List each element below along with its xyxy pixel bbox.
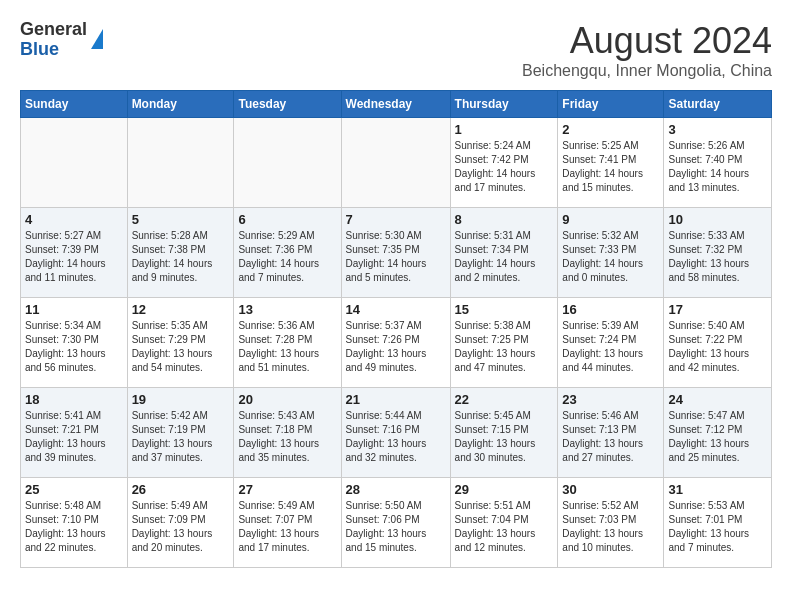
day-info: Sunrise: 5:30 AM Sunset: 7:35 PM Dayligh… xyxy=(346,229,446,285)
day-number: 15 xyxy=(455,302,554,317)
day-info: Sunrise: 5:50 AM Sunset: 7:06 PM Dayligh… xyxy=(346,499,446,555)
calendar-body: 1Sunrise: 5:24 AM Sunset: 7:42 PM Daylig… xyxy=(21,118,772,568)
calendar-cell: 18Sunrise: 5:41 AM Sunset: 7:21 PM Dayli… xyxy=(21,388,128,478)
calendar-cell xyxy=(341,118,450,208)
day-info: Sunrise: 5:33 AM Sunset: 7:32 PM Dayligh… xyxy=(668,229,767,285)
day-number: 27 xyxy=(238,482,336,497)
day-info: Sunrise: 5:35 AM Sunset: 7:29 PM Dayligh… xyxy=(132,319,230,375)
calendar-cell: 20Sunrise: 5:43 AM Sunset: 7:18 PM Dayli… xyxy=(234,388,341,478)
day-number: 19 xyxy=(132,392,230,407)
day-number: 10 xyxy=(668,212,767,227)
calendar-header: SundayMondayTuesdayWednesdayThursdayFrid… xyxy=(21,91,772,118)
week-row-3: 11Sunrise: 5:34 AM Sunset: 7:30 PM Dayli… xyxy=(21,298,772,388)
calendar-cell: 17Sunrise: 5:40 AM Sunset: 7:22 PM Dayli… xyxy=(664,298,772,388)
weekday-header-monday: Monday xyxy=(127,91,234,118)
day-number: 26 xyxy=(132,482,230,497)
day-info: Sunrise: 5:48 AM Sunset: 7:10 PM Dayligh… xyxy=(25,499,123,555)
day-number: 5 xyxy=(132,212,230,227)
title-block: August 2024 Beichengqu, Inner Mongolia, … xyxy=(522,20,772,80)
week-row-5: 25Sunrise: 5:48 AM Sunset: 7:10 PM Dayli… xyxy=(21,478,772,568)
weekday-header-wednesday: Wednesday xyxy=(341,91,450,118)
weekday-header-saturday: Saturday xyxy=(664,91,772,118)
day-info: Sunrise: 5:34 AM Sunset: 7:30 PM Dayligh… xyxy=(25,319,123,375)
calendar-cell: 2Sunrise: 5:25 AM Sunset: 7:41 PM Daylig… xyxy=(558,118,664,208)
day-info: Sunrise: 5:28 AM Sunset: 7:38 PM Dayligh… xyxy=(132,229,230,285)
day-number: 22 xyxy=(455,392,554,407)
calendar-cell: 9Sunrise: 5:32 AM Sunset: 7:33 PM Daylig… xyxy=(558,208,664,298)
day-info: Sunrise: 5:27 AM Sunset: 7:39 PM Dayligh… xyxy=(25,229,123,285)
calendar-cell: 14Sunrise: 5:37 AM Sunset: 7:26 PM Dayli… xyxy=(341,298,450,388)
day-number: 21 xyxy=(346,392,446,407)
calendar-cell: 30Sunrise: 5:52 AM Sunset: 7:03 PM Dayli… xyxy=(558,478,664,568)
calendar-cell xyxy=(127,118,234,208)
calendar-cell: 16Sunrise: 5:39 AM Sunset: 7:24 PM Dayli… xyxy=(558,298,664,388)
logo-general: General xyxy=(20,20,87,40)
day-info: Sunrise: 5:49 AM Sunset: 7:07 PM Dayligh… xyxy=(238,499,336,555)
calendar-cell: 19Sunrise: 5:42 AM Sunset: 7:19 PM Dayli… xyxy=(127,388,234,478)
day-info: Sunrise: 5:29 AM Sunset: 7:36 PM Dayligh… xyxy=(238,229,336,285)
day-info: Sunrise: 5:42 AM Sunset: 7:19 PM Dayligh… xyxy=(132,409,230,465)
day-number: 7 xyxy=(346,212,446,227)
calendar-cell: 11Sunrise: 5:34 AM Sunset: 7:30 PM Dayli… xyxy=(21,298,128,388)
day-number: 23 xyxy=(562,392,659,407)
main-title: August 2024 xyxy=(522,20,772,62)
week-row-1: 1Sunrise: 5:24 AM Sunset: 7:42 PM Daylig… xyxy=(21,118,772,208)
week-row-2: 4Sunrise: 5:27 AM Sunset: 7:39 PM Daylig… xyxy=(21,208,772,298)
weekday-header-tuesday: Tuesday xyxy=(234,91,341,118)
calendar-table: SundayMondayTuesdayWednesdayThursdayFrid… xyxy=(20,90,772,568)
day-info: Sunrise: 5:43 AM Sunset: 7:18 PM Dayligh… xyxy=(238,409,336,465)
day-info: Sunrise: 5:41 AM Sunset: 7:21 PM Dayligh… xyxy=(25,409,123,465)
day-info: Sunrise: 5:24 AM Sunset: 7:42 PM Dayligh… xyxy=(455,139,554,195)
calendar-cell: 15Sunrise: 5:38 AM Sunset: 7:25 PM Dayli… xyxy=(450,298,558,388)
day-info: Sunrise: 5:49 AM Sunset: 7:09 PM Dayligh… xyxy=(132,499,230,555)
day-number: 28 xyxy=(346,482,446,497)
day-info: Sunrise: 5:44 AM Sunset: 7:16 PM Dayligh… xyxy=(346,409,446,465)
day-number: 14 xyxy=(346,302,446,317)
calendar-cell: 25Sunrise: 5:48 AM Sunset: 7:10 PM Dayli… xyxy=(21,478,128,568)
page-header: General Blue August 2024 Beichengqu, Inn… xyxy=(20,20,772,80)
day-number: 20 xyxy=(238,392,336,407)
day-info: Sunrise: 5:47 AM Sunset: 7:12 PM Dayligh… xyxy=(668,409,767,465)
day-number: 4 xyxy=(25,212,123,227)
day-number: 11 xyxy=(25,302,123,317)
day-info: Sunrise: 5:39 AM Sunset: 7:24 PM Dayligh… xyxy=(562,319,659,375)
day-number: 3 xyxy=(668,122,767,137)
calendar-cell: 13Sunrise: 5:36 AM Sunset: 7:28 PM Dayli… xyxy=(234,298,341,388)
calendar-cell: 12Sunrise: 5:35 AM Sunset: 7:29 PM Dayli… xyxy=(127,298,234,388)
day-info: Sunrise: 5:45 AM Sunset: 7:15 PM Dayligh… xyxy=(455,409,554,465)
subtitle: Beichengqu, Inner Mongolia, China xyxy=(522,62,772,80)
day-info: Sunrise: 5:37 AM Sunset: 7:26 PM Dayligh… xyxy=(346,319,446,375)
day-number: 17 xyxy=(668,302,767,317)
day-info: Sunrise: 5:53 AM Sunset: 7:01 PM Dayligh… xyxy=(668,499,767,555)
day-number: 9 xyxy=(562,212,659,227)
calendar-cell: 24Sunrise: 5:47 AM Sunset: 7:12 PM Dayli… xyxy=(664,388,772,478)
day-info: Sunrise: 5:52 AM Sunset: 7:03 PM Dayligh… xyxy=(562,499,659,555)
day-info: Sunrise: 5:26 AM Sunset: 7:40 PM Dayligh… xyxy=(668,139,767,195)
day-number: 29 xyxy=(455,482,554,497)
day-number: 31 xyxy=(668,482,767,497)
weekday-header-friday: Friday xyxy=(558,91,664,118)
day-number: 12 xyxy=(132,302,230,317)
day-number: 13 xyxy=(238,302,336,317)
day-number: 30 xyxy=(562,482,659,497)
day-number: 18 xyxy=(25,392,123,407)
calendar-cell xyxy=(21,118,128,208)
weekday-header-row: SundayMondayTuesdayWednesdayThursdayFrid… xyxy=(21,91,772,118)
day-number: 6 xyxy=(238,212,336,227)
day-number: 16 xyxy=(562,302,659,317)
calendar-cell: 5Sunrise: 5:28 AM Sunset: 7:38 PM Daylig… xyxy=(127,208,234,298)
weekday-header-sunday: Sunday xyxy=(21,91,128,118)
calendar-cell: 22Sunrise: 5:45 AM Sunset: 7:15 PM Dayli… xyxy=(450,388,558,478)
day-info: Sunrise: 5:32 AM Sunset: 7:33 PM Dayligh… xyxy=(562,229,659,285)
calendar-cell: 26Sunrise: 5:49 AM Sunset: 7:09 PM Dayli… xyxy=(127,478,234,568)
day-info: Sunrise: 5:31 AM Sunset: 7:34 PM Dayligh… xyxy=(455,229,554,285)
calendar-cell: 6Sunrise: 5:29 AM Sunset: 7:36 PM Daylig… xyxy=(234,208,341,298)
day-number: 8 xyxy=(455,212,554,227)
day-info: Sunrise: 5:51 AM Sunset: 7:04 PM Dayligh… xyxy=(455,499,554,555)
calendar-cell: 27Sunrise: 5:49 AM Sunset: 7:07 PM Dayli… xyxy=(234,478,341,568)
day-number: 1 xyxy=(455,122,554,137)
calendar-cell: 4Sunrise: 5:27 AM Sunset: 7:39 PM Daylig… xyxy=(21,208,128,298)
day-number: 24 xyxy=(668,392,767,407)
day-info: Sunrise: 5:46 AM Sunset: 7:13 PM Dayligh… xyxy=(562,409,659,465)
calendar-cell: 3Sunrise: 5:26 AM Sunset: 7:40 PM Daylig… xyxy=(664,118,772,208)
